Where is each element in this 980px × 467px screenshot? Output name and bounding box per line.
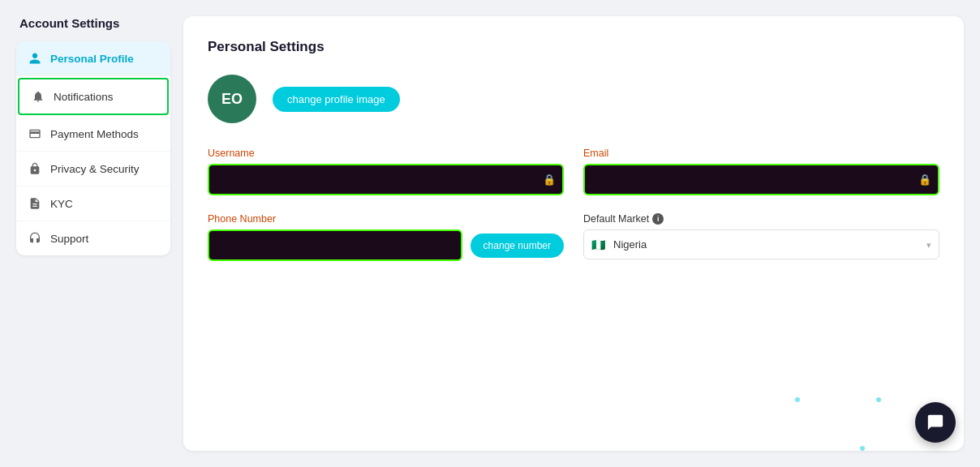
sidebar-item-label: Notifications xyxy=(54,91,114,103)
email-input[interactable] xyxy=(583,164,939,195)
page-title: Account Settings xyxy=(16,16,170,30)
main-content: Personal Settings EO change profile imag… xyxy=(183,16,964,451)
avatar: EO xyxy=(208,75,256,123)
sidebar-item-label: KYC xyxy=(50,198,73,210)
phone-market-row: Phone Number change number Default Marke… xyxy=(208,213,939,261)
username-lock-icon: 🔒 xyxy=(543,174,556,186)
sidebar-item-label: Support xyxy=(50,233,88,245)
decorative-dot-2 xyxy=(876,397,881,402)
decorative-dot-3 xyxy=(860,446,865,451)
info-icon[interactable]: i xyxy=(652,213,664,225)
email-group: Email 🔒 xyxy=(583,148,939,195)
phone-wrapper: change number xyxy=(208,229,564,261)
sidebar: Account Settings Personal Profile No xyxy=(16,16,170,451)
phone-input[interactable] xyxy=(208,229,462,261)
change-number-button[interactable]: change number xyxy=(471,234,564,258)
market-label: Default Market i xyxy=(583,213,939,225)
sidebar-item-label: Privacy & Security xyxy=(50,163,140,175)
sidebar-item-label: Payment Methods xyxy=(50,128,139,140)
sidebar-nav: Personal Profile Notifications Pay xyxy=(16,41,170,255)
lock-icon xyxy=(28,161,42,176)
phone-input-container xyxy=(208,229,462,261)
card-icon xyxy=(28,126,42,141)
sidebar-item-personal-profile[interactable]: Personal Profile xyxy=(16,41,170,76)
headset-icon xyxy=(28,231,42,246)
market-select[interactable]: Nigeria xyxy=(583,229,939,259)
market-group: Default Market i 🇳🇬 Nigeria ▾ xyxy=(583,213,939,261)
email-lock-icon: 🔒 xyxy=(918,174,931,186)
username-input[interactable] xyxy=(208,164,564,195)
person-icon xyxy=(28,51,42,66)
settings-title: Personal Settings xyxy=(208,39,939,55)
sidebar-item-payment-methods[interactable]: Payment Methods xyxy=(16,117,170,152)
sidebar-item-privacy-security[interactable]: Privacy & Security xyxy=(16,152,170,186)
market-select-wrapper: 🇳🇬 Nigeria ▾ xyxy=(583,229,939,259)
sidebar-item-label: Personal Profile xyxy=(50,53,134,65)
username-email-row: Username 🔒 Email 🔒 xyxy=(208,148,939,195)
username-label: Username xyxy=(208,148,564,159)
decorative-dot-1 xyxy=(795,397,800,402)
phone-group: Phone Number change number xyxy=(208,213,564,261)
sidebar-item-kyc[interactable]: KYC xyxy=(16,186,170,221)
change-profile-image-button[interactable]: change profile image xyxy=(273,87,400,112)
username-group: Username 🔒 xyxy=(208,148,564,195)
username-input-wrapper: 🔒 xyxy=(208,164,564,195)
chat-button[interactable] xyxy=(915,402,956,443)
sidebar-item-notifications[interactable]: Notifications xyxy=(18,78,169,115)
avatar-section: EO change profile image xyxy=(208,75,939,123)
document-icon xyxy=(28,196,42,211)
email-label: Email xyxy=(583,148,939,159)
nigeria-flag-icon: 🇳🇬 xyxy=(591,238,605,251)
sidebar-item-support[interactable]: Support xyxy=(16,221,170,255)
bell-icon xyxy=(31,89,45,104)
phone-label: Phone Number xyxy=(208,213,564,225)
email-input-wrapper: 🔒 xyxy=(583,164,939,195)
